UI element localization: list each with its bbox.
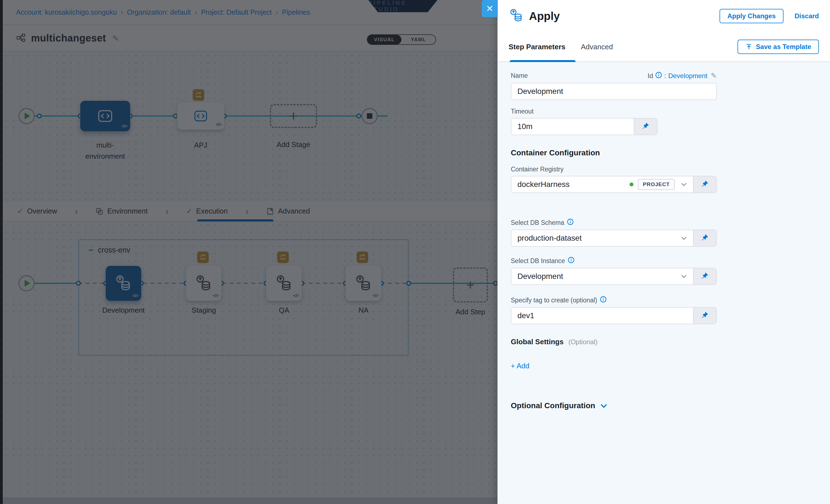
name-label: Name (511, 72, 528, 80)
db-schema-pin-button[interactable] (693, 230, 716, 246)
container-registry-field: dockerHarness PROJECT (511, 176, 717, 193)
close-drawer-button[interactable]: ✕ (482, 0, 498, 17)
info-icon[interactable] (600, 296, 607, 304)
close-icon: ✕ (486, 3, 493, 14)
tab-advanced[interactable]: Advanced (581, 43, 613, 51)
tag-label-text: Specify tag to create (optional) (511, 296, 597, 304)
db-instance-dropdown-chevron[interactable] (675, 268, 693, 284)
active-panel-tab-indicator (510, 60, 576, 62)
tab-step-parameters[interactable]: Step Parameters (509, 43, 565, 51)
db-schema-value[interactable]: production-dataset (511, 230, 675, 246)
chevron-down-icon (681, 183, 687, 186)
tag-field (511, 307, 717, 324)
step-parameters-form: Name Id : Development ✎ Timeout (498, 71, 830, 410)
container-registry-label: Container Registry (511, 166, 717, 173)
db-instance-label-text: Select DB Instance (511, 257, 565, 265)
apply-step-icon (509, 8, 524, 24)
timeout-pin-button[interactable] (634, 119, 657, 134)
chevron-down-icon (681, 236, 687, 240)
container-configuration-heading: Container Configuration (511, 149, 717, 157)
optional-configuration-label: Optional Configuration (511, 401, 595, 410)
db-schema-select[interactable]: production-dataset (511, 229, 717, 247)
tag-input[interactable] (511, 308, 693, 324)
pushpin-icon (701, 180, 709, 189)
container-registry-pin-button[interactable] (693, 177, 716, 192)
pipeline-studio-app: Account: kurosakiichigo.songoku › Organi… (0, 0, 830, 504)
id-colon: : (664, 72, 666, 80)
info-icon[interactable] (568, 257, 574, 265)
tag-label: Specify tag to create (optional) (511, 296, 717, 304)
db-schema-label-text: Select DB Schema (511, 219, 564, 226)
edit-id-pencil-icon[interactable]: ✎ (711, 71, 717, 80)
timeout-input[interactable] (511, 119, 634, 134)
pushpin-icon (701, 312, 709, 320)
container-registry-extras: PROJECT (630, 177, 675, 192)
modal-dim-overlay (0, 0, 498, 504)
db-instance-select[interactable]: Development (511, 268, 717, 285)
pushpin-icon (641, 122, 650, 131)
timeout-label: Timeout (511, 108, 717, 115)
pushpin-icon (701, 272, 709, 281)
step-id-row: Id : Development ✎ (647, 71, 717, 80)
step-title: Apply (529, 10, 720, 23)
optional-configuration-toggle[interactable]: Optional Configuration (511, 401, 607, 410)
step-config-header: Apply Apply Changes Discard (498, 0, 830, 32)
global-settings-label: Global Settings (511, 338, 564, 346)
container-registry-value[interactable]: dockerHarness (511, 177, 630, 192)
info-icon[interactable] (655, 72, 662, 80)
chevron-down-icon (681, 275, 687, 278)
save-as-template-button[interactable]: Save as Template (737, 40, 819, 54)
timeout-field (511, 118, 658, 135)
db-schema-dropdown-chevron[interactable] (675, 230, 693, 246)
tag-pin-button[interactable] (693, 308, 716, 324)
scope-badge: PROJECT (638, 179, 675, 190)
step-id-value: Development (668, 72, 707, 80)
connected-status-dot (630, 183, 633, 186)
add-global-setting-link[interactable]: + Add (511, 362, 529, 370)
name-input[interactable] (511, 83, 717, 100)
db-instance-label: Select DB Instance (511, 257, 717, 265)
step-config-panel: Apply Apply Changes Discard Step Paramet… (498, 0, 830, 504)
id-label: Id (647, 72, 653, 80)
pushpin-icon (701, 234, 709, 242)
info-icon[interactable] (567, 219, 574, 227)
discard-button[interactable]: Discard (795, 12, 819, 20)
apply-changes-button[interactable]: Apply Changes (720, 9, 784, 23)
global-settings-row: Global Settings (Optional) (511, 338, 717, 346)
save-as-template-label: Save as Template (756, 43, 811, 51)
chevron-down-icon (600, 404, 607, 408)
db-schema-label: Select DB Schema (511, 219, 717, 227)
container-registry-dropdown-chevron[interactable] (675, 177, 693, 192)
upload-icon (745, 43, 753, 51)
db-instance-value[interactable]: Development (511, 268, 675, 284)
panel-tabs: Step Parameters Advanced Save as Templat… (498, 32, 830, 62)
db-instance-pin-button[interactable] (693, 268, 716, 284)
global-settings-optional: (Optional) (568, 338, 598, 346)
